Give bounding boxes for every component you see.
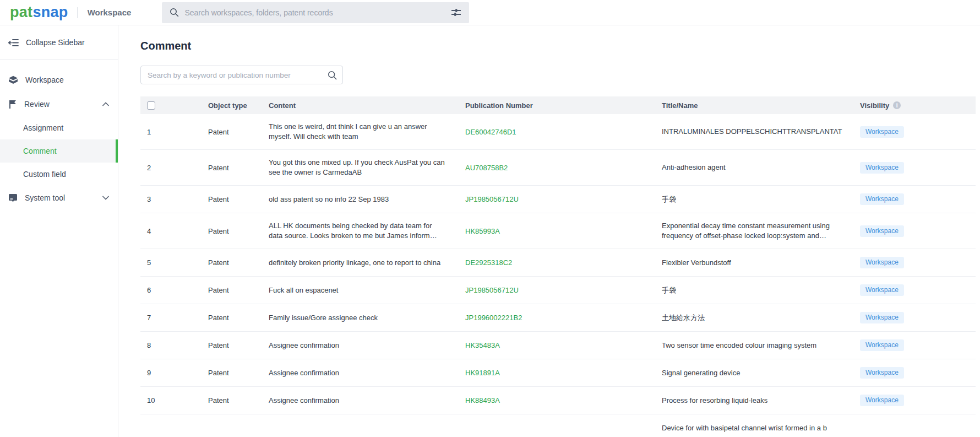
chevron-down-icon <box>102 196 109 200</box>
title-name: Two sensor time encoded colour imaging s… <box>662 341 845 350</box>
title-cell: 土地給水方法 <box>655 313 853 323</box>
visibility-cell: Workspace <box>853 395 976 406</box>
comment-content: This one is weird, dnt think I can give … <box>269 122 447 142</box>
visibility-badge: Workspace <box>860 193 904 205</box>
table-row: 1PatentThis one is weird, dnt think I ca… <box>140 114 976 150</box>
object-type: Patent <box>208 128 229 136</box>
monitor-icon <box>8 193 18 202</box>
page-title: Comment <box>140 40 980 52</box>
content-cell: Assignee confirmation <box>262 396 459 406</box>
column-title-name: Title/Name <box>655 101 853 110</box>
publication-cell: HK85993A <box>459 227 655 235</box>
row-index: 8 <box>147 341 151 349</box>
header-workspace-label[interactable]: Workspace <box>88 8 132 17</box>
row-index-cell: 7 <box>140 314 202 322</box>
title-name: Process for resorbing liquid-leaks <box>662 396 845 406</box>
object-type: Patent <box>208 369 229 377</box>
object-type-cell: Patent <box>202 227 262 235</box>
row-index: 10 <box>147 396 155 404</box>
content-cell: Family issue/Gore assignee check <box>262 313 459 323</box>
sidebar-item-workspace[interactable]: Workspace <box>0 68 118 92</box>
sidebar-item-comment[interactable]: Comment <box>0 139 118 163</box>
publication-number-link[interactable]: DE60042746D1 <box>465 128 516 136</box>
sidebar-item-assignment[interactable]: Assignment <box>0 116 118 139</box>
visibility-cell: Workspace <box>853 367 976 379</box>
global-search-bar[interactable] <box>162 2 469 23</box>
row-index: 1 <box>147 128 151 136</box>
sidebar-item-custom-field[interactable]: Custom field <box>0 163 118 186</box>
row-index-cell: 2 <box>140 164 202 172</box>
sidebar-item-review[interactable]: Review <box>0 92 118 116</box>
title-name: Exponential decay time constant measurem… <box>662 221 845 241</box>
publication-cell: HK91891A <box>459 369 655 377</box>
publication-number-link[interactable]: JP1996002221B2 <box>465 314 522 322</box>
info-icon[interactable]: i <box>893 101 901 109</box>
logo-pat-text: pat <box>10 4 32 20</box>
publication-number-link[interactable]: HK91891A <box>465 369 500 377</box>
select-all-checkbox[interactable] <box>147 101 155 110</box>
publication-cell: JP1985056712U <box>459 195 655 203</box>
top-header: patsnap Workspace <box>0 0 980 25</box>
title-cell: 手袋 <box>655 285 853 295</box>
publication-number-link[interactable]: HK35483A <box>465 341 500 349</box>
search-icon[interactable] <box>328 71 337 80</box>
column-publication-number: Publication Number <box>459 101 655 110</box>
visibility-cell: Workspace <box>853 225 976 237</box>
visibility-badge: Workspace <box>860 395 904 406</box>
comment-search-box[interactable] <box>140 66 343 84</box>
publication-cell: AU708758B2 <box>459 164 655 172</box>
content-cell: You got this one mixed up. If you check … <box>262 158 459 177</box>
publication-number-link[interactable]: JP1985056712U <box>465 195 519 203</box>
patsnap-logo[interactable]: patsnap <box>10 5 68 20</box>
patsnap-workspace-app: patsnap Workspace <box>0 0 980 437</box>
workspace-box-icon <box>8 75 18 85</box>
table-row: 9PatentAssignee confirmationHK91891ASign… <box>140 359 976 387</box>
flag-icon <box>8 100 17 109</box>
comment-content: Family issue/Gore assignee check <box>269 313 447 323</box>
publication-number-link[interactable]: HK85993A <box>465 227 500 235</box>
search-icon <box>170 8 179 17</box>
row-index: 7 <box>147 314 151 322</box>
content-cell: ALL HK documents being checked by data t… <box>262 221 459 241</box>
comment-search-input[interactable] <box>148 71 328 79</box>
visibility-badge: Workspace <box>860 367 904 379</box>
publication-number-link[interactable]: AU708758B2 <box>465 164 508 172</box>
visibility-cell: Workspace <box>853 257 976 268</box>
content-cell: definitely broken priority linkage, one … <box>262 258 459 268</box>
object-type: Patent <box>208 258 229 267</box>
filter-settings-icon[interactable] <box>451 8 461 18</box>
row-index: 4 <box>147 227 151 235</box>
publication-number-link[interactable]: JP1985056712U <box>465 286 519 294</box>
sidebar-item-system-tool[interactable]: System tool <box>0 186 118 210</box>
table-row: 4PatentALL HK documents being checked by… <box>140 213 976 249</box>
select-all-cell <box>140 101 202 110</box>
header-divider <box>77 7 78 18</box>
table-row: 7PatentFamily issue/Gore assignee checkJ… <box>140 304 976 332</box>
object-type-cell: Patent <box>202 195 262 203</box>
title-name: Device for with basipetal channel wrist … <box>662 423 845 433</box>
title-name: Flexibler Verbundstoff <box>662 258 845 268</box>
visibility-badge: Workspace <box>860 225 904 237</box>
collapse-sidebar-button[interactable]: Collapse Sidebar <box>0 25 118 60</box>
publication-cell: JP1996002221B2 <box>459 314 655 322</box>
global-search-input[interactable] <box>184 8 447 17</box>
publication-number-link[interactable]: DE2925318C2 <box>465 258 512 267</box>
object-type-cell: Patent <box>202 164 262 172</box>
object-type: Patent <box>208 341 229 349</box>
comment-content: ALL HK documents being checked by data t… <box>269 221 447 241</box>
title-cell: Anti-adhesion agent <box>655 163 853 172</box>
content-cell: Assignee confirmation <box>262 368 459 378</box>
object-type: Patent <box>208 396 229 404</box>
row-index-cell: 9 <box>140 369 202 377</box>
publication-cell: HK88493A <box>459 396 655 404</box>
object-type: Patent <box>208 195 229 203</box>
row-index-cell: 1 <box>140 128 202 136</box>
object-type-cell: Patent <box>202 128 262 136</box>
object-type: Patent <box>208 227 229 235</box>
visibility-cell: Workspace <box>853 193 976 205</box>
visibility-badge: Workspace <box>860 162 904 174</box>
object-type-cell: Patent <box>202 286 262 294</box>
table-header-row: Object type Content Publication Number T… <box>140 96 976 114</box>
table-row: 8PatentAssignee confirmationHK35483ATwo … <box>140 332 976 359</box>
publication-number-link[interactable]: HK88493A <box>465 396 500 404</box>
